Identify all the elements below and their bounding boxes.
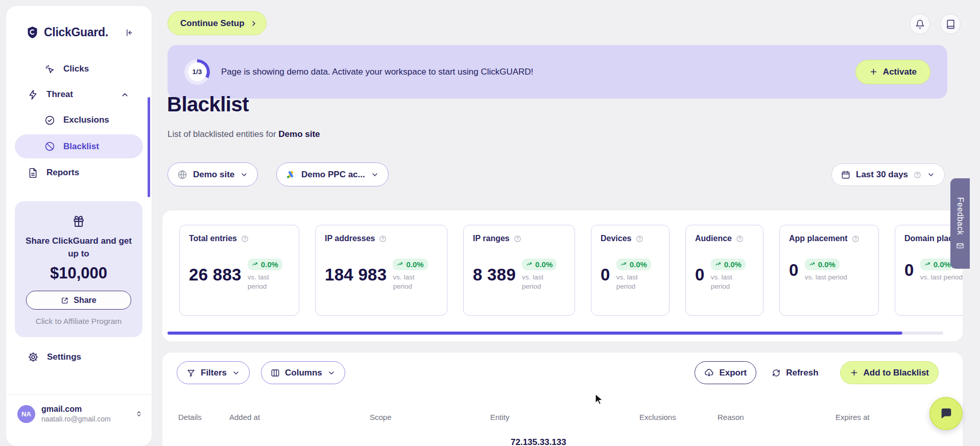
help-icon[interactable] [636,235,643,243]
envelope-icon [956,242,964,250]
exclusions-icon [44,115,55,126]
column-header-added-at: Added at [229,413,370,421]
user-email: naatali.ro@gmail.com [41,415,111,423]
sidebar-item-label: Reports [46,168,79,178]
logo-text: ClickGuard. [44,26,108,39]
sidebar-item-label: Clicks [63,64,89,74]
chevron-down-icon [371,171,379,179]
stat-vs-label: vs. last period [248,273,279,291]
feedback-tab[interactable]: Feedback [950,178,970,269]
gear-icon [28,351,39,363]
stat-vs-label: vs. last period [920,273,963,282]
activate-button[interactable]: Activate [855,60,930,84]
refresh-button-label: Refresh [786,368,818,378]
refresh-button[interactable]: Refresh [769,361,821,384]
sidebar-item-reports[interactable]: Reports [6,160,152,185]
columns-button[interactable]: Columns [261,361,345,384]
ppc-account-dropdown[interactable]: Demo PPC ac... [276,162,389,186]
sidebar-divider [6,394,152,395]
cards-scrollbar-thumb[interactable] [168,332,902,335]
stat-card-devices: Devices 0 0.0% vs. last period [591,225,670,316]
entity-value: 72.135.33.133 [490,437,639,446]
bell-icon [915,19,925,29]
activate-label: Activate [883,67,917,77]
feedback-label: Feedback [955,197,965,235]
sidebar-item-settings[interactable]: Settings [28,351,81,363]
trend-badge: 0.0% [616,259,651,270]
sidebar-item-label: Blacklist [63,142,99,152]
plus-icon [869,67,878,76]
setup-progress-ring: 1/3 [184,59,210,85]
add-to-blacklist-button[interactable]: Add to Blacklist [840,361,939,384]
stat-vs-label: vs. last period [711,273,743,291]
add-to-blacklist-label: Add to Blacklist [864,368,929,378]
share-button[interactable]: Share [26,291,131,310]
export-button[interactable]: Export [695,361,756,384]
help-icon[interactable] [852,235,859,243]
affiliate-promo-card: Share ClickGuard and get up to $10,000 S… [15,201,142,337]
stat-value: 26 883 [189,265,242,285]
chevron-down-icon [232,369,240,377]
sidebar: ClickGuard. Clicks Threat Exclusio [6,6,152,446]
sidebar-item-blacklist[interactable]: Blacklist [15,134,143,158]
clicks-icon [44,64,55,75]
refresh-icon [772,368,781,378]
stat-vs-label: vs. last period [393,273,424,291]
page-title: Blacklist [167,93,249,116]
subtitle-site-name: Demo site [278,129,320,139]
sidebar-item-clicks[interactable]: Clicks [6,56,152,82]
clickguard-logo: ClickGuard. [26,26,108,39]
site-selector-value: Demo site [193,170,234,180]
trend-up-icon [924,261,931,268]
sidebar-collapse-icon[interactable] [124,28,134,38]
trend-up-icon [252,261,258,268]
affiliate-link[interactable]: Click to Affiliate Program [24,317,133,326]
stat-label: Total entries [189,234,237,243]
sidebar-item-threat[interactable]: Threat [6,82,152,107]
stat-vs-label: vs. last period [616,273,648,291]
external-link-icon [61,296,69,304]
avatar: NA [17,405,35,423]
promo-amount: $10,000 [24,264,133,283]
trend-badge: 0.0% [711,259,746,270]
table-row[interactable]: 72.135.33.133 [162,437,963,446]
sidebar-item-label: Threat [46,89,73,100]
chat-widget-button[interactable] [929,397,963,430]
stat-value: 184 983 [325,265,387,285]
chevron-down-icon [327,369,336,377]
continue-setup-button[interactable]: Continue Setup [168,11,267,35]
cards-scrollbar-track [168,332,943,335]
sidebar-scrollbar[interactable] [148,97,150,197]
stat-label: Devices [601,234,632,243]
export-button-label: Export [719,368,747,378]
share-button-label: Share [74,296,96,305]
google-ads-icon [286,170,296,179]
docs-button[interactable] [940,14,961,34]
help-icon[interactable] [379,235,387,243]
sidebar-item-label: Exclusions [63,115,109,125]
settings-label: Settings [47,352,81,362]
help-icon[interactable] [914,171,921,179]
trend-up-icon [715,261,722,268]
help-icon[interactable] [736,235,744,243]
filters-button[interactable]: Filters [177,361,250,384]
user-account-selector[interactable]: NA gmail.com naatali.ro@gmail.com [17,405,144,423]
trend-up-icon [526,261,533,268]
book-icon [946,19,955,29]
chevron-right-icon [250,19,258,28]
chevron-down-icon [927,171,935,179]
notifications-button[interactable] [910,14,930,34]
banner-message: Page is showing demo data. Activate your… [221,67,533,77]
help-icon[interactable] [241,235,249,243]
site-selector-dropdown[interactable]: Demo site [168,162,258,186]
column-header-reason: Reason [718,413,835,421]
sidebar-item-exclusions[interactable]: Exclusions [6,107,152,133]
help-icon[interactable] [514,235,521,243]
date-range-dropdown[interactable]: Last 30 days [831,163,945,186]
trend-badge: 0.0% [393,259,427,270]
stat-value: 0 [904,261,914,280]
stat-value: 0 [601,265,610,285]
stat-vs-label: vs. last period [805,273,847,282]
chevron-up-icon [121,90,129,99]
column-header-entity: Entity [490,413,639,421]
